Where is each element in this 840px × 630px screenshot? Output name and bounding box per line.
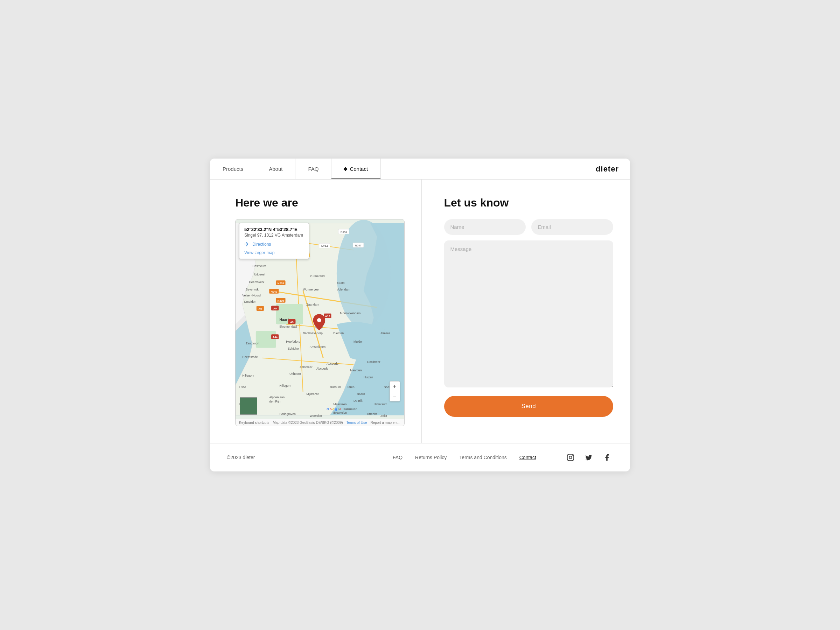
footer-link-faq[interactable]: FAQ <box>393 455 403 460</box>
svg-text:Badhoevedorp: Badhoevedorp <box>303 332 323 335</box>
zoom-in-button[interactable]: + <box>390 382 400 391</box>
svg-text:N203: N203 <box>278 282 284 285</box>
svg-text:Abcoude: Abcoude <box>316 367 328 370</box>
right-panel: Let us know Send <box>422 180 630 443</box>
name-input[interactable] <box>444 219 526 235</box>
svg-text:Hillegom: Hillegom <box>242 374 254 377</box>
footer-link-contact[interactable]: Contact <box>519 455 536 460</box>
svg-text:Uitgeest: Uitgeest <box>254 273 265 276</box>
svg-text:Harmelen: Harmelen <box>343 407 357 411</box>
footer-links: FAQ Returns Policy Terms and Conditions … <box>393 455 536 460</box>
email-input[interactable] <box>531 219 613 235</box>
footer: ©2023 dieter FAQ Returns Policy Terms an… <box>210 443 630 471</box>
map-footer: Keyboard shortcuts Map data ©2023 GeoBas… <box>235 419 404 426</box>
app-window: Products About FAQ Contact dieter Here w… <box>210 159 630 471</box>
svg-point-96 <box>572 455 573 456</box>
svg-text:Alphen aan: Alphen aan <box>269 395 284 399</box>
svg-text:Hoofddorp: Hoofddorp <box>286 340 300 343</box>
svg-text:Zeist: Zeist <box>381 414 387 418</box>
nav-item-products[interactable]: Products <box>210 159 256 179</box>
svg-text:Castricum: Castricum <box>253 264 266 268</box>
view-larger-map-link[interactable]: View larger map <box>244 250 304 255</box>
instagram-icon[interactable] <box>564 451 577 464</box>
main-content: Here we are 52°22'33.2"N 4°53'28.7"E Sin… <box>210 180 630 443</box>
svg-text:Bloemendaal: Bloemendaal <box>279 325 297 328</box>
svg-text:Hilversum: Hilversum <box>374 403 387 406</box>
svg-text:Maarssen: Maarssen <box>333 403 346 406</box>
facebook-icon[interactable] <box>601 451 613 464</box>
svg-text:A10: A10 <box>325 315 330 318</box>
nav-item-contact[interactable]: Contact <box>332 159 381 179</box>
diamond-icon <box>344 167 347 171</box>
nav-item-faq[interactable]: FAQ <box>295 159 332 179</box>
svg-point-86 <box>317 318 321 322</box>
map-data-label: Map data ©2023 GeoBasis-DE/BKG (©2009) <box>273 421 343 425</box>
svg-text:Bodegraven: Bodegraven <box>279 412 296 416</box>
nav-label-products: Products <box>223 166 243 172</box>
svg-text:Edam: Edam <box>337 281 345 284</box>
svg-text:A9: A9 <box>290 321 294 324</box>
footer-link-returns[interactable]: Returns Policy <box>415 455 447 460</box>
navbar: Products About FAQ Contact dieter <box>210 159 630 180</box>
left-panel: Here we are 52°22'33.2"N 4°53'28.7"E Sin… <box>210 180 422 443</box>
svg-text:Muiden: Muiden <box>354 340 364 343</box>
svg-text:N244: N244 <box>321 245 328 248</box>
svg-text:Heemskerk: Heemskerk <box>249 280 265 284</box>
svg-text:o: o <box>332 407 334 411</box>
map-terms-link[interactable]: Terms of Use <box>346 421 367 425</box>
map-thumbnail <box>240 397 257 415</box>
svg-text:e: e <box>339 407 342 411</box>
svg-text:Schiphol: Schiphol <box>288 347 299 351</box>
svg-text:Heemstede: Heemstede <box>242 355 257 359</box>
map-address: Singel 97, 1012 VG Amsterdam <box>244 233 304 238</box>
svg-text:Velsen-Noord: Velsen-Noord <box>242 294 261 297</box>
footer-link-terms[interactable]: Terms and Conditions <box>459 455 507 460</box>
svg-text:Laren: Laren <box>347 385 355 389</box>
svg-text:Zandvoort: Zandvoort <box>246 342 260 345</box>
svg-text:Zaandam: Zaandam <box>306 303 319 306</box>
svg-text:G: G <box>327 407 329 411</box>
map-coords: 52°22'33.2"N 4°53'28.7"E <box>244 227 304 232</box>
svg-text:N242: N242 <box>341 230 347 234</box>
directions-link[interactable]: Directions <box>253 242 271 247</box>
svg-text:Lisse: Lisse <box>239 385 246 389</box>
svg-text:N205: N205 <box>278 299 284 302</box>
svg-text:Huizen: Huizen <box>364 376 373 379</box>
svg-text:l: l <box>338 407 339 411</box>
svg-text:Woerden: Woerden <box>310 414 322 418</box>
brand-logo: dieter <box>584 159 630 179</box>
svg-text:Amstelveen: Amstelveen <box>310 345 325 349</box>
svg-text:De Bilt: De Bilt <box>354 399 363 403</box>
svg-text:A9: A9 <box>258 307 262 311</box>
directions-row: ✈ Directions <box>244 240 304 248</box>
svg-text:Utrecht: Utrecht <box>367 412 377 416</box>
svg-text:Baarn: Baarn <box>357 392 365 396</box>
svg-text:A9: A9 <box>273 307 277 310</box>
nav-item-about[interactable]: About <box>256 159 295 179</box>
map-popup: 52°22'33.2"N 4°53'28.7"E Singel 97, 1012… <box>239 223 309 259</box>
directions-icon: ✈ <box>244 240 249 248</box>
svg-text:Hillegom: Hillegom <box>279 384 291 387</box>
send-button[interactable]: Send <box>444 396 614 417</box>
footer-copyright: ©2023 dieter <box>227 455 255 460</box>
svg-rect-12 <box>256 331 276 348</box>
svg-text:IJmuiden: IJmuiden <box>244 300 256 303</box>
twitter-icon[interactable] <box>583 451 595 464</box>
nav-label-about: About <box>269 166 283 172</box>
zoom-out-button[interactable]: − <box>390 391 400 401</box>
svg-text:Wormerveer: Wormerveer <box>303 288 320 291</box>
svg-text:Mijdrecht: Mijdrecht <box>306 392 319 396</box>
svg-text:den Rijn: den Rijn <box>269 400 280 403</box>
message-textarea[interactable] <box>444 240 614 387</box>
svg-text:N246: N246 <box>271 290 277 293</box>
svg-text:Purmerend: Purmerend <box>310 275 325 278</box>
svg-point-95 <box>569 456 572 458</box>
svg-text:Volendam: Volendam <box>337 288 351 291</box>
form-top-row <box>444 219 614 235</box>
svg-text:Diemen: Diemen <box>333 332 344 335</box>
nav-label-contact: Contact <box>350 166 368 172</box>
nav-label-faq: FAQ <box>308 166 319 172</box>
svg-text:Beverwijk: Beverwijk <box>246 288 259 291</box>
svg-text:Monnickendam: Monnickendam <box>340 311 361 315</box>
map-container: 52°22'33.2"N 4°53'28.7"E Singel 97, 1012… <box>235 219 404 426</box>
